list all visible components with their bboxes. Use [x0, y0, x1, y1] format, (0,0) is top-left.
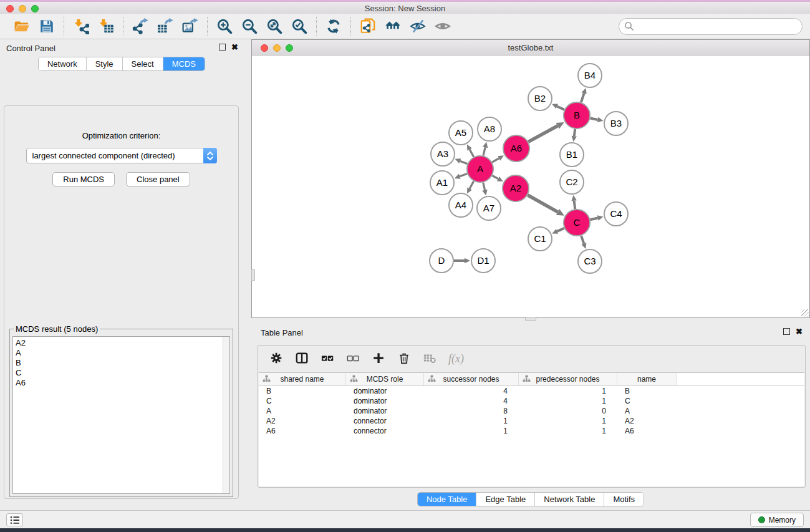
cell-predecessor-nodes[interactable]: 0 [519, 406, 617, 416]
column-header-successor-nodes[interactable]: successor nodes [424, 373, 519, 385]
node-A7[interactable]: A7 [477, 196, 501, 220]
memory-button[interactable]: Memory [750, 513, 804, 527]
column-visibility-icon[interactable] [295, 351, 310, 366]
table-tab-network-table[interactable]: Network Table [535, 493, 604, 506]
edge-C-C1[interactable] [552, 228, 564, 234]
open-session-icon[interactable] [12, 17, 31, 36]
network-window-titlebar[interactable]: testGlobe.txt [252, 40, 809, 56]
criterion-select[interactable]: largest connected component (directed) [26, 148, 217, 163]
result-item[interactable]: A [16, 348, 227, 358]
node-D[interactable]: D [430, 249, 453, 273]
node-A4[interactable]: A4 [449, 193, 473, 217]
cell-name[interactable]: A6 [617, 426, 677, 436]
cell-successor-nodes[interactable]: 4 [424, 396, 519, 406]
cell-predecessor-nodes[interactable]: 1 [519, 396, 617, 406]
cell-predecessor-nodes[interactable]: 1 [519, 426, 617, 436]
cell-successor-nodes[interactable]: 4 [424, 386, 519, 396]
cell-shared-name[interactable]: A6 [259, 426, 346, 436]
cell-MCDS-role[interactable]: dominator [346, 386, 424, 396]
edge-A-A3[interactable] [455, 158, 467, 164]
node-C1[interactable]: C1 [528, 227, 552, 251]
close-panel-icon[interactable]: ✖ [231, 44, 238, 51]
close-panel-button[interactable]: Close panel [126, 172, 190, 186]
mcds-result-list[interactable]: A2ABCA6 [12, 336, 230, 494]
edge-B-B2[interactable] [552, 104, 564, 110]
zoom-out-icon[interactable] [240, 17, 259, 36]
cell-name[interactable]: A2 [617, 416, 677, 426]
node-B4[interactable]: B4 [578, 64, 602, 87]
table-row[interactable]: A2connector11A2 [259, 416, 804, 426]
deselect-all-icon[interactable] [346, 351, 361, 366]
edge-A-A8[interactable] [483, 142, 488, 155]
save-session-icon[interactable] [37, 17, 56, 36]
table-row[interactable]: Adominator80A [259, 406, 804, 416]
cell-predecessor-nodes[interactable]: 1 [519, 386, 617, 396]
add-column-icon[interactable] [372, 351, 387, 366]
node-B1[interactable]: B1 [560, 143, 584, 167]
horizontal-scroll-stub[interactable] [525, 317, 536, 321]
cell-successor-nodes[interactable]: 1 [424, 426, 519, 436]
result-item[interactable]: B [16, 358, 227, 368]
edge-A-A2[interactable] [492, 176, 503, 182]
cell-successor-nodes[interactable]: 8 [424, 406, 519, 416]
refresh-icon[interactable] [324, 17, 343, 36]
table-settings-icon[interactable] [269, 351, 284, 366]
edge-A-A7[interactable] [482, 182, 487, 195]
edge-B-B1[interactable] [572, 129, 577, 142]
task-history-button[interactable] [6, 513, 23, 526]
table-tab-edge-table[interactable]: Edge Table [476, 493, 535, 506]
edge-C-C4[interactable] [590, 215, 603, 220]
result-scrollbar[interactable] [223, 337, 229, 493]
node-table[interactable]: shared nameMCDS rolesuccessor nodesprede… [259, 372, 804, 486]
cell-MCDS-role[interactable]: dominator [346, 396, 424, 406]
node-A6[interactable]: A6 [503, 135, 529, 162]
cell-MCDS-role[interactable]: dominator [346, 406, 424, 416]
node-C2[interactable]: C2 [560, 170, 584, 194]
vertical-scroll-stub[interactable] [251, 269, 255, 281]
edge-C-C2[interactable] [571, 195, 576, 209]
tab-style[interactable]: Style [87, 57, 123, 70]
cell-name[interactable]: C [617, 396, 677, 406]
edge-A-A5[interactable] [467, 145, 474, 157]
node-A1[interactable]: A1 [430, 171, 454, 195]
float-panel-icon[interactable] [219, 44, 226, 51]
zoom-selected-icon[interactable] [290, 17, 309, 36]
export-network-icon[interactable] [131, 17, 150, 36]
column-header-shared-name[interactable]: shared name [259, 373, 346, 385]
table-row[interactable]: Bdominator41B [259, 386, 804, 396]
cell-shared-name[interactable]: B [259, 386, 346, 396]
delete-column-icon[interactable] [397, 351, 412, 366]
cell-predecessor-nodes[interactable]: 1 [519, 416, 617, 426]
table-tab-motifs[interactable]: Motifs [604, 493, 644, 506]
cell-successor-nodes[interactable]: 1 [424, 416, 519, 426]
edge-A2-C[interactable] [528, 195, 564, 216]
home-view-icon[interactable] [383, 17, 402, 36]
table-close-icon[interactable]: ✖ [796, 328, 803, 335]
tab-select[interactable]: Select [123, 57, 163, 70]
edge-D-D1[interactable] [454, 258, 470, 264]
show-eye-icon[interactable] [433, 17, 452, 36]
edge-A-A4[interactable] [467, 181, 474, 193]
edge-C-C3[interactable] [581, 236, 586, 249]
edge-B-B4[interactable] [581, 88, 587, 102]
zoom-fit-icon[interactable] [265, 17, 284, 36]
select-all-icon[interactable] [321, 351, 335, 366]
node-A5[interactable]: A5 [449, 121, 473, 145]
search-input[interactable] [619, 18, 803, 35]
import-table-icon[interactable] [97, 17, 115, 36]
cell-shared-name[interactable]: C [259, 396, 346, 406]
cell-MCDS-role[interactable]: connector [346, 426, 424, 436]
tab-mcds[interactable]: MCDS [163, 57, 205, 70]
hide-panel-icon[interactable] [408, 17, 427, 36]
edge-A-A6[interactable] [492, 155, 504, 162]
cell-name[interactable]: A [617, 406, 677, 416]
edge-A6-B[interactable] [528, 122, 564, 142]
export-image-icon[interactable] [181, 17, 200, 36]
column-header-MCDS-role[interactable]: MCDS role [346, 373, 424, 385]
node-A8[interactable]: A8 [478, 117, 501, 141]
duplicate-network-icon[interactable] [359, 17, 377, 36]
edge-A-A1[interactable] [455, 173, 468, 178]
node-A3[interactable]: A3 [431, 142, 455, 166]
node-A2[interactable]: A2 [503, 175, 529, 201]
edge-B-B3[interactable] [591, 117, 604, 122]
